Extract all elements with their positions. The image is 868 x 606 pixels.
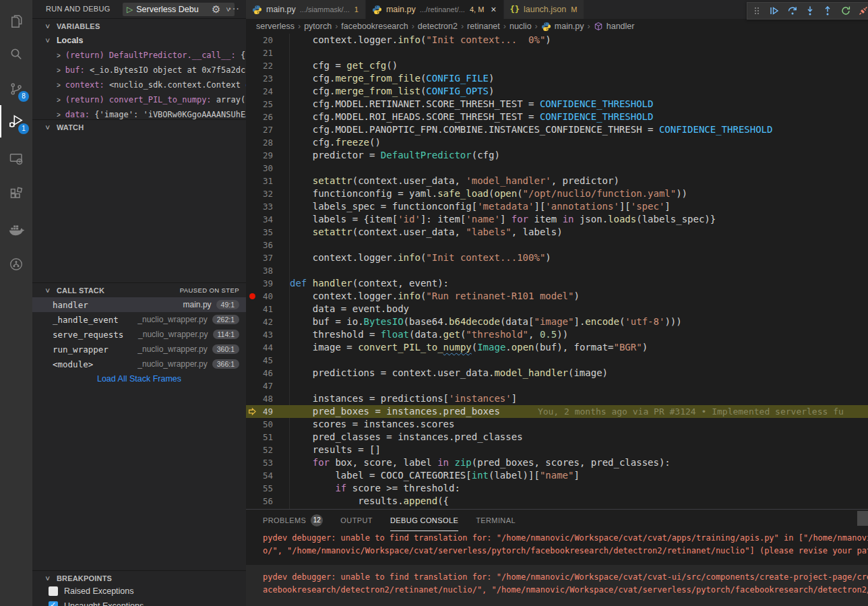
- breadcrumb-item-pytorch[interactable]: pytorch: [304, 22, 332, 31]
- code-editor[interactable]: 20 context.logger.info("Init context... …: [246, 34, 868, 509]
- extensions-icon[interactable]: [0, 178, 32, 210]
- search-icon[interactable]: [0, 38, 32, 70]
- breadcrumb-item-retinanet[interactable]: retinanet: [467, 22, 500, 31]
- breakpoints-section-header[interactable]: > BREAKPOINTS: [32, 570, 246, 585]
- code-line[interactable]: 34 labels = {item['id']: item['name'] fo…: [246, 213, 868, 226]
- panel-tab-terminal[interactable]: TERMINAL: [476, 510, 516, 531]
- breadcrumb-item-detectron2[interactable]: detectron2: [418, 22, 458, 31]
- variable-row[interactable]: >buf: <_io.BytesIO object at 0x7f5a2dc1e…: [32, 63, 246, 78]
- drag-grip-icon[interactable]: [750, 3, 764, 18]
- code-line[interactable]: 39def handler(context, event):: [246, 277, 868, 290]
- docker-icon[interactable]: [0, 213, 32, 245]
- frame-position-badge: 360:1: [212, 344, 239, 354]
- stack-frame-serve_requests[interactable]: serve_requests_nuclio_wrapper.py114:1: [32, 327, 246, 342]
- console-message[interactable]: pydev debugger: unable to find translati…: [246, 565, 868, 606]
- code-line[interactable]: 35 setattr(context.user_data, "labels", …: [246, 226, 868, 239]
- code-line[interactable]: 33 labels_spec = functionconfig['metadat…: [246, 200, 868, 213]
- code-line[interactable]: 44 image = convert_PIL_to_numpy(Image.op…: [246, 341, 868, 354]
- code-line[interactable]: 36: [246, 239, 868, 251]
- code-line[interactable]: 28 cfg.freeze(): [246, 136, 868, 149]
- code-line[interactable]: 22 cfg = get_cfg(): [246, 59, 868, 72]
- breadcrumb-symbol[interactable]: handler: [594, 22, 635, 31]
- panel-scrollbar[interactable]: [857, 511, 868, 526]
- code-line[interactable]: 40 context.logger.info("Run retinanet-R1…: [246, 290, 868, 303]
- code-line[interactable]: 46 predictions = context.user_data.model…: [246, 367, 868, 380]
- breadcrumb-item-serverless[interactable]: serverless: [256, 22, 294, 31]
- call-stack-section-header[interactable]: > CALL STACK PAUSED ON STEP: [32, 282, 246, 297]
- code-line[interactable]: 26 cfg.MODEL.ROI_HEADS.SCORE_THRESH_TEST…: [246, 111, 868, 123]
- code-line[interactable]: 53 for box, score, label in zip(pred_box…: [246, 456, 868, 469]
- variable-row[interactable]: >(return) convert_PIL_to_numpy: array([[…: [32, 92, 246, 107]
- explorer-icon[interactable]: [0, 5, 32, 38]
- load-all-stack-frames-link[interactable]: Load All Stack Frames: [32, 371, 246, 386]
- console-message[interactable]: pydev debugger: unable to find translati…: [246, 531, 868, 558]
- restart-icon[interactable]: [838, 3, 852, 18]
- code-line[interactable]: 54 label = COCO_CATEGORIES[int(label)]["…: [246, 469, 868, 482]
- stack-frame-run_wrapper[interactable]: run_wrapper_nuclio_wrapper.py360:1: [32, 342, 246, 357]
- code-line[interactable]: 24 cfg.merge_from_list(CONFIG_OPTS): [246, 85, 868, 98]
- breakpoint-row[interactable]: Uncaught Exceptions: [32, 599, 246, 606]
- code-line[interactable]: 30: [246, 162, 868, 175]
- tab-main.py[interactable]: main.py.../siammask/...1: [246, 0, 366, 19]
- step-into-icon[interactable]: [803, 3, 817, 18]
- code-line[interactable]: 42 buf = io.BytesIO(base64.b64decode(dat…: [246, 315, 868, 328]
- close-icon[interactable]: ×: [491, 5, 496, 14]
- stack-frame-_handle_event[interactable]: _handle_event_nuclio_wrapper.py262:1: [32, 312, 246, 327]
- code-line[interactable]: 43 threshold = float(data.get("threshold…: [246, 328, 868, 341]
- current-execution-line[interactable]: 49 pred_boxes = instances.pred_boxesYou,…: [246, 405, 868, 418]
- code-line[interactable]: 41 data = event.body: [246, 303, 868, 315]
- remote-explorer-icon[interactable]: [0, 143, 32, 175]
- run-and-debug-icon[interactable]: 1: [0, 105, 32, 138]
- variable-row[interactable]: >(return) DefaultPredictor.__call__: {'i…: [32, 48, 246, 63]
- tab-main.py[interactable]: main.py.../retinanet/...4, M×: [366, 0, 504, 19]
- code-line[interactable]: 37 context.logger.info("Init context...1…: [246, 251, 868, 264]
- breadcrumb-item-facebookresearch[interactable]: facebookresearch: [341, 22, 408, 31]
- stack-frame-handler[interactable]: handlermain.py49:1: [32, 297, 246, 312]
- code-line[interactable]: 48 instances = predictions['instances']: [246, 392, 868, 405]
- source-control-icon[interactable]: 8: [0, 73, 32, 105]
- variable-row[interactable]: >data: {'image': 'iVBORw0KGgoAAAANSUhE…: [32, 107, 246, 119]
- code-line[interactable]: 51 pred_classes = instances.pred_classes: [246, 431, 868, 444]
- disconnect-icon[interactable]: [857, 3, 868, 18]
- variable-row[interactable]: >context: <nuclio_sdk.context.Context ob…: [32, 78, 246, 92]
- variables-scope-locals[interactable]: > Locals: [32, 33, 246, 48]
- breakpoint-glyph[interactable]: [246, 290, 258, 303]
- step-over-icon[interactable]: [786, 3, 799, 18]
- code-line[interactable]: 29 predictor = DefaultPredictor(cfg): [246, 149, 868, 162]
- code-line[interactable]: 38: [246, 264, 868, 277]
- panel-tab-debug-console[interactable]: DEBUG CONSOLE: [390, 510, 458, 531]
- checkbox-checked[interactable]: [49, 601, 58, 606]
- code-line[interactable]: 52 results = []: [246, 444, 868, 456]
- git-graph-icon[interactable]: [0, 248, 32, 280]
- gear-icon[interactable]: ⚙: [212, 0, 220, 18]
- code-line[interactable]: 45: [246, 354, 868, 367]
- line-number: 35: [258, 226, 273, 239]
- code-line[interactable]: 50 scores = instances.scores: [246, 418, 868, 431]
- watch-section-header[interactable]: > WATCH: [32, 119, 246, 134]
- breadcrumb-file[interactable]: main.py: [541, 22, 584, 32]
- frame-file: _nuclio_wrapper.py: [137, 315, 207, 324]
- start-debug-icon[interactable]: ▷: [127, 3, 133, 16]
- code-line[interactable]: 23 cfg.merge_from_file(CONFIG_FILE): [246, 72, 868, 85]
- code-line[interactable]: 31 setattr(context.user_data, 'model_han…: [246, 175, 868, 187]
- code-line[interactable]: 47: [246, 380, 868, 392]
- stack-frame-module[interactable]: <module>_nuclio_wrapper.py366:1: [32, 357, 246, 371]
- checkbox-unchecked[interactable]: [49, 586, 58, 596]
- code-line[interactable]: 56 results.append({: [246, 495, 868, 508]
- breakpoint-dot-icon[interactable]: [249, 293, 255, 299]
- step-out-icon[interactable]: [821, 3, 834, 18]
- breadcrumb-item-nuclio[interactable]: nuclio: [509, 22, 532, 31]
- code-line[interactable]: 27 cfg.MODEL.PANOPTIC_FPN.COMBINE.INSTAN…: [246, 123, 868, 136]
- breakpoint-row[interactable]: Raised Exceptions: [32, 584, 246, 599]
- continue-icon[interactable]: [768, 3, 781, 18]
- code-line[interactable]: 25 cfg.MODEL.RETINANET.SCORE_THRESH_TEST…: [246, 98, 868, 111]
- tab-launch.json[interactable]: {}launch.jsonM: [504, 0, 585, 19]
- more-actions-icon[interactable]: ···: [228, 0, 240, 17]
- panel-tab-output[interactable]: OUTPUT: [340, 510, 373, 531]
- code-line[interactable]: 55 if score >= threshold:: [246, 482, 868, 495]
- variables-section-header[interactable]: > VARIABLES: [32, 18, 246, 33]
- code-line[interactable]: 20 context.logger.info("Init context... …: [246, 34, 868, 47]
- panel-tab-problems[interactable]: PROBLEMS12: [263, 510, 323, 531]
- code-line[interactable]: 21: [246, 47, 868, 59]
- code-line[interactable]: 32 functionconfig = yaml.safe_load(open(…: [246, 187, 868, 200]
